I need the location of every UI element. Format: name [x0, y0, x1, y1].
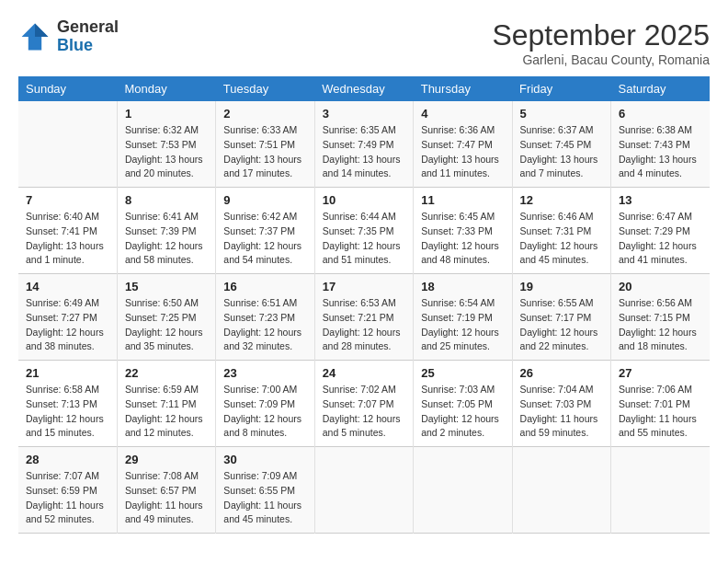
day-number: 12 [520, 193, 603, 207]
day-number: 27 [619, 366, 702, 380]
day-info: Sunrise: 6:33 AMSunset: 7:51 PMDaylight:… [223, 123, 306, 181]
week-row-3: 14Sunrise: 6:49 AMSunset: 7:27 PMDayligh… [18, 274, 710, 361]
svg-marker-1 [35, 23, 48, 36]
calendar-table: SundayMondayTuesdayWednesdayThursdayFrid… [18, 76, 710, 534]
month-title: September 2025 [492, 18, 710, 52]
calendar-header: SundayMondayTuesdayWednesdayThursdayFrid… [18, 76, 710, 101]
day-cell: 26Sunrise: 7:04 AMSunset: 7:03 PMDayligh… [512, 361, 610, 447]
day-number: 18 [421, 280, 504, 293]
day-number: 29 [125, 453, 208, 466]
day-cell [414, 447, 512, 534]
day-number: 24 [323, 366, 405, 380]
logo: General Blue [18, 18, 119, 55]
day-cell: 7Sunrise: 6:40 AMSunset: 7:41 PMDaylight… [18, 188, 117, 274]
day-cell: 23Sunrise: 7:00 AMSunset: 7:09 PMDayligh… [216, 361, 314, 447]
day-cell: 4Sunrise: 6:36 AMSunset: 7:47 PMDaylight… [414, 101, 512, 188]
day-info: Sunrise: 6:46 AMSunset: 7:31 PMDaylight:… [520, 210, 603, 268]
location-subtitle: Garleni, Bacau County, Romania [492, 52, 710, 67]
day-number: 21 [26, 366, 109, 380]
day-cell: 14Sunrise: 6:49 AMSunset: 7:27 PMDayligh… [18, 274, 117, 361]
day-number: 11 [421, 193, 504, 207]
col-header-wednesday: Wednesday [314, 76, 413, 101]
day-cell: 27Sunrise: 7:06 AMSunset: 7:01 PMDayligh… [611, 361, 710, 447]
day-info: Sunrise: 6:42 AMSunset: 7:37 PMDaylight:… [223, 210, 306, 268]
calendar-body: 1Sunrise: 6:32 AMSunset: 7:53 PMDaylight… [18, 101, 710, 534]
day-info: Sunrise: 7:04 AMSunset: 7:03 PMDaylight:… [520, 383, 603, 441]
day-cell: 25Sunrise: 7:03 AMSunset: 7:05 PMDayligh… [414, 361, 512, 447]
day-number: 1 [125, 107, 208, 121]
title-block: September 2025 Garleni, Bacau County, Ro… [492, 18, 710, 67]
logo-icon [18, 20, 51, 53]
day-number: 4 [421, 107, 504, 121]
day-cell: 3Sunrise: 6:35 AMSunset: 7:49 PMDaylight… [314, 101, 413, 188]
day-info: Sunrise: 6:36 AMSunset: 7:47 PMDaylight:… [421, 123, 504, 181]
day-number: 7 [26, 193, 109, 207]
col-header-friday: Friday [512, 76, 610, 101]
day-cell: 18Sunrise: 6:54 AMSunset: 7:19 PMDayligh… [414, 274, 512, 361]
day-number: 17 [323, 280, 405, 293]
day-info: Sunrise: 7:08 AMSunset: 6:57 PMDaylight:… [125, 469, 208, 527]
day-number: 25 [421, 366, 504, 380]
day-info: Sunrise: 7:06 AMSunset: 7:01 PMDaylight:… [619, 383, 702, 441]
col-header-thursday: Thursday [414, 76, 512, 101]
day-info: Sunrise: 6:38 AMSunset: 7:43 PMDaylight:… [619, 123, 702, 181]
day-info: Sunrise: 6:56 AMSunset: 7:15 PMDaylight:… [619, 296, 702, 354]
day-number: 3 [323, 107, 405, 121]
day-number: 10 [323, 193, 405, 207]
week-row-1: 1Sunrise: 6:32 AMSunset: 7:53 PMDaylight… [18, 101, 710, 188]
day-cell: 22Sunrise: 6:59 AMSunset: 7:11 PMDayligh… [117, 361, 215, 447]
day-number: 13 [619, 193, 702, 207]
day-info: Sunrise: 7:02 AMSunset: 7:07 PMDaylight:… [323, 383, 405, 441]
day-cell [611, 447, 710, 534]
day-info: Sunrise: 6:59 AMSunset: 7:11 PMDaylight:… [125, 383, 208, 441]
day-cell: 2Sunrise: 6:33 AMSunset: 7:51 PMDaylight… [216, 101, 314, 188]
day-info: Sunrise: 6:37 AMSunset: 7:45 PMDaylight:… [520, 123, 603, 181]
day-cell: 15Sunrise: 6:50 AMSunset: 7:25 PMDayligh… [117, 274, 215, 361]
page-header: General Blue September 2025 Garleni, Bac… [18, 18, 710, 67]
day-number: 26 [520, 366, 603, 380]
col-header-sunday: Sunday [18, 76, 117, 101]
day-info: Sunrise: 6:49 AMSunset: 7:27 PMDaylight:… [26, 296, 109, 354]
day-number: 8 [125, 193, 208, 207]
week-row-5: 28Sunrise: 7:07 AMSunset: 6:59 PMDayligh… [18, 447, 710, 534]
day-number: 16 [223, 280, 306, 293]
day-cell: 17Sunrise: 6:53 AMSunset: 7:21 PMDayligh… [314, 274, 413, 361]
day-cell: 1Sunrise: 6:32 AMSunset: 7:53 PMDaylight… [117, 101, 215, 188]
day-info: Sunrise: 6:54 AMSunset: 7:19 PMDaylight:… [421, 296, 504, 354]
day-cell: 24Sunrise: 7:02 AMSunset: 7:07 PMDayligh… [314, 361, 413, 447]
day-info: Sunrise: 6:40 AMSunset: 7:41 PMDaylight:… [26, 210, 109, 268]
day-cell [512, 447, 610, 534]
day-info: Sunrise: 6:47 AMSunset: 7:29 PMDaylight:… [619, 210, 702, 268]
day-info: Sunrise: 6:51 AMSunset: 7:23 PMDaylight:… [223, 296, 306, 354]
day-number: 23 [223, 366, 306, 380]
day-cell: 10Sunrise: 6:44 AMSunset: 7:35 PMDayligh… [314, 188, 413, 274]
day-number: 28 [26, 453, 109, 466]
day-info: Sunrise: 6:32 AMSunset: 7:53 PMDaylight:… [125, 123, 208, 181]
week-row-4: 21Sunrise: 6:58 AMSunset: 7:13 PMDayligh… [18, 361, 710, 447]
col-header-saturday: Saturday [611, 76, 710, 101]
day-info: Sunrise: 6:45 AMSunset: 7:33 PMDaylight:… [421, 210, 504, 268]
day-cell: 8Sunrise: 6:41 AMSunset: 7:39 PMDaylight… [117, 188, 215, 274]
day-info: Sunrise: 6:50 AMSunset: 7:25 PMDaylight:… [125, 296, 208, 354]
day-number: 6 [619, 107, 702, 121]
day-info: Sunrise: 7:03 AMSunset: 7:05 PMDaylight:… [421, 383, 504, 441]
day-cell: 12Sunrise: 6:46 AMSunset: 7:31 PMDayligh… [512, 188, 610, 274]
day-cell: 5Sunrise: 6:37 AMSunset: 7:45 PMDaylight… [512, 101, 610, 188]
day-cell: 20Sunrise: 6:56 AMSunset: 7:15 PMDayligh… [611, 274, 710, 361]
day-number: 15 [125, 280, 208, 293]
col-header-tuesday: Tuesday [216, 76, 314, 101]
day-cell: 9Sunrise: 6:42 AMSunset: 7:37 PMDaylight… [216, 188, 314, 274]
day-number: 20 [619, 280, 702, 293]
week-row-2: 7Sunrise: 6:40 AMSunset: 7:41 PMDaylight… [18, 188, 710, 274]
day-number: 19 [520, 280, 603, 293]
day-info: Sunrise: 7:07 AMSunset: 6:59 PMDaylight:… [26, 469, 109, 527]
day-cell: 16Sunrise: 6:51 AMSunset: 7:23 PMDayligh… [216, 274, 314, 361]
day-cell: 21Sunrise: 6:58 AMSunset: 7:13 PMDayligh… [18, 361, 117, 447]
day-cell: 28Sunrise: 7:07 AMSunset: 6:59 PMDayligh… [18, 447, 117, 534]
day-cell [314, 447, 413, 534]
day-info: Sunrise: 6:44 AMSunset: 7:35 PMDaylight:… [323, 210, 405, 268]
day-number: 22 [125, 366, 208, 380]
day-number: 30 [223, 453, 306, 466]
day-info: Sunrise: 6:58 AMSunset: 7:13 PMDaylight:… [26, 383, 109, 441]
day-cell: 30Sunrise: 7:09 AMSunset: 6:55 PMDayligh… [216, 447, 314, 534]
